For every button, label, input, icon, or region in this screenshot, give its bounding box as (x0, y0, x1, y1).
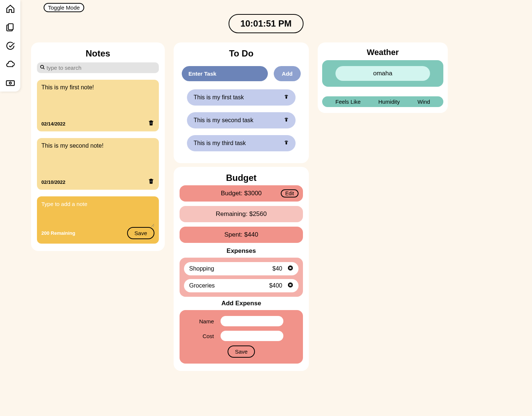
weather-search-wrap (322, 60, 443, 87)
cloud-icon[interactable] (5, 59, 16, 69)
task-text: This is my third task (194, 140, 246, 147)
save-note-button[interactable]: Save (127, 227, 154, 239)
expense-cost-input[interactable] (221, 331, 283, 341)
trash-icon[interactable] (284, 117, 289, 124)
add-expense-form: Name Cost Save (180, 310, 303, 364)
note-date: 02/10/2022 (41, 179, 65, 185)
trash-icon[interactable] (148, 120, 154, 128)
search-icon (40, 65, 45, 71)
budget-card: Budget Budget: $3000 Edit Remaining: $25… (174, 167, 309, 371)
expense-cost-label: Cost (199, 333, 214, 339)
weather-card: Weather Feels Like Humidity Wind (318, 42, 448, 113)
budget-remaining-row: Remaining: $2560 (180, 206, 303, 222)
svg-point-3 (41, 65, 44, 68)
copy-icon[interactable] (5, 22, 16, 32)
expenses-list: Shopping $40 Groceries $400 (180, 258, 303, 297)
trash-icon[interactable] (284, 94, 289, 101)
toggle-mode-button[interactable]: Toggle Mode (44, 3, 84, 12)
todo-card: To Do Add This is my first task This is … (174, 42, 309, 163)
expense-item: Groceries $400 (184, 279, 299, 292)
note-text: This is my second note! (41, 142, 154, 178)
sidebar (0, 0, 20, 92)
budget-total: Budget: $3000 (221, 190, 262, 197)
expenses-title: Expenses (180, 247, 303, 255)
weather-stats: Feels Like Humidity Wind (322, 96, 443, 107)
svg-rect-1 (6, 81, 14, 86)
edit-budget-button[interactable]: Edit (281, 189, 299, 197)
task-text: This is my second task (194, 117, 253, 124)
notes-title: Notes (37, 48, 159, 59)
save-expense-button[interactable]: Save (228, 345, 255, 358)
clock: 10:01:51 PM (229, 14, 304, 33)
expense-amount: $400 (269, 282, 282, 289)
svg-line-4 (43, 68, 45, 69)
expense-item: Shopping $40 (184, 262, 299, 275)
feels-like-label: Feels Like (335, 99, 361, 105)
svg-rect-0 (8, 24, 13, 30)
note-text: This is my first note! (41, 84, 154, 120)
task-text: This is my first task (194, 94, 244, 101)
budget-total-row: Budget: $3000 Edit (180, 185, 303, 202)
todo-input[interactable] (182, 66, 268, 81)
expense-name-input[interactable] (221, 316, 283, 326)
wind-label: Wind (417, 99, 430, 105)
home-icon[interactable] (5, 4, 16, 14)
notes-card: Notes This is my first note! 02/14/2022 … (31, 42, 165, 251)
weather-city-input[interactable] (335, 66, 430, 81)
expense-name: Groceries (189, 282, 269, 289)
add-expense-title: Add Expense (180, 300, 303, 307)
note-item: This is my first note! 02/14/2022 (37, 80, 159, 131)
delete-icon[interactable] (287, 265, 293, 272)
expense-amount: $40 (272, 265, 282, 272)
delete-icon[interactable] (287, 282, 293, 289)
svg-point-2 (9, 82, 11, 84)
trash-icon[interactable] (284, 140, 289, 147)
task-item[interactable]: This is my third task (187, 135, 296, 151)
new-note: 200 Remaining Save (37, 196, 159, 244)
budget-spent-row: Spent: $440 (180, 227, 303, 243)
notes-search-input[interactable] (47, 65, 156, 71)
task-item[interactable]: This is my first task (187, 89, 296, 106)
new-note-input[interactable] (41, 201, 154, 227)
todo-add-button[interactable]: Add (274, 66, 301, 81)
todo-title: To Do (180, 48, 303, 59)
trash-icon[interactable] (148, 178, 154, 186)
weather-title: Weather (322, 48, 443, 57)
budget-title: Budget (180, 173, 303, 183)
note-date: 02/14/2022 (41, 121, 65, 127)
expense-name: Shopping (189, 265, 272, 272)
expense-name-label: Name (199, 318, 214, 324)
note-item: This is my second note! 02/10/2022 (37, 138, 159, 190)
check-circle-icon[interactable] (5, 41, 16, 51)
money-icon[interactable] (5, 78, 16, 88)
task-item[interactable]: This is my second task (187, 112, 296, 128)
char-remaining: 200 Remaining (41, 230, 75, 236)
notes-search[interactable] (37, 62, 159, 73)
humidity-label: Humidity (378, 99, 400, 105)
